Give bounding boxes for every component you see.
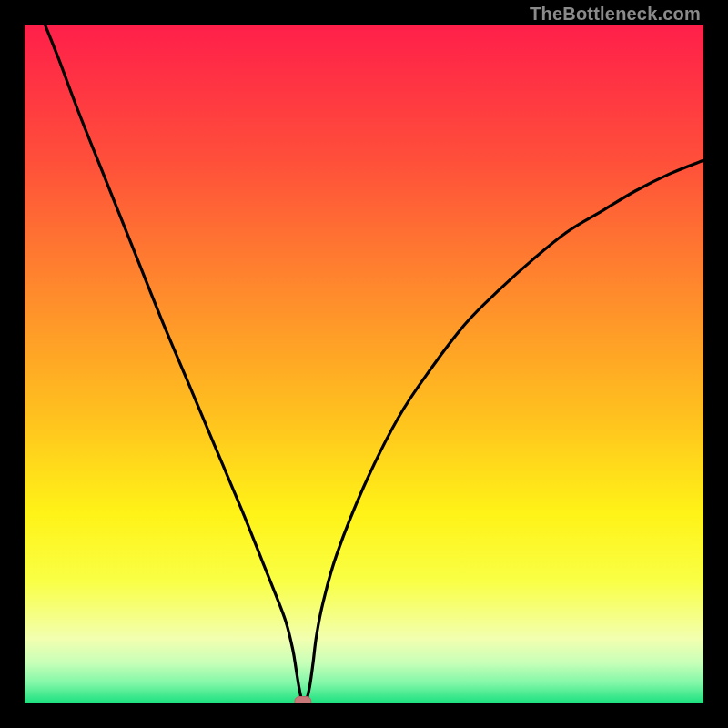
- chart-frame: TheBottleneck.com: [0, 0, 728, 728]
- plot-area: [25, 25, 703, 703]
- chart-svg: [25, 25, 703, 703]
- watermark-text: TheBottleneck.com: [530, 4, 701, 25]
- optimal-marker: [295, 697, 311, 704]
- gradient-background: [25, 25, 703, 703]
